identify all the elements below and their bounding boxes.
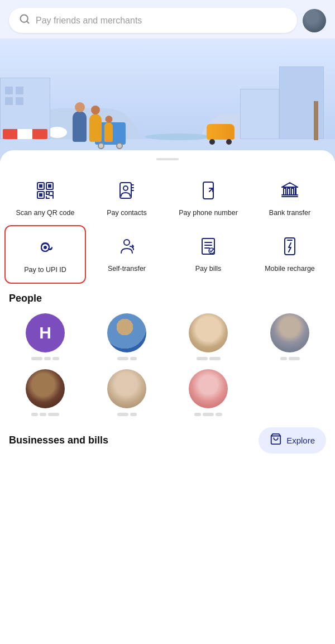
explore-label: Explore <box>286 436 315 445</box>
svg-rect-7 <box>39 193 42 197</box>
self-transfer-icon <box>113 233 140 260</box>
svg-rect-28 <box>291 188 294 195</box>
actions-grid-row1: Scan any QR code Pay contacts <box>0 169 335 225</box>
person-avatar-6 <box>107 369 146 408</box>
action-mobile-recharge[interactable]: Mobile recharge <box>249 225 331 283</box>
person-avatar-5 <box>26 369 65 408</box>
person-item-4[interactable] <box>253 313 326 360</box>
action-bank-transfer[interactable]: Bank transfer <box>249 169 331 225</box>
person-avatar-2 <box>107 313 146 352</box>
action-pay-bills[interactable]: Pay bills <box>168 225 249 283</box>
person-name-5 <box>31 413 59 416</box>
actions-grid-row2: Pay to UPI ID Self-transfer <box>0 225 335 283</box>
explore-button[interactable]: Explore <box>259 427 326 454</box>
person-avatar-3 <box>189 313 228 352</box>
section-people: People H <box>0 284 335 416</box>
person-item-6[interactable] <box>90 369 163 416</box>
avatar[interactable] <box>303 9 326 32</box>
person-avatar-4 <box>270 313 309 352</box>
person-name-6 <box>117 413 137 416</box>
qr-icon <box>32 177 59 204</box>
person-item-3[interactable] <box>172 313 245 360</box>
person-item-1[interactable]: H <box>9 313 82 360</box>
svg-point-34 <box>124 240 130 245</box>
svg-point-33 <box>44 246 47 249</box>
action-pay-phone-label: Pay phone number <box>179 208 238 217</box>
action-scan-qr[interactable]: Scan any QR code <box>4 169 86 225</box>
section-businesses: Businesses and bills Explore <box>0 416 335 462</box>
action-pay-upi[interactable]: Pay to UPI ID <box>4 225 86 283</box>
action-scan-qr-label: Scan any QR code <box>16 208 75 217</box>
upi-icon <box>32 234 59 261</box>
bag-icon <box>270 433 282 448</box>
search-icon <box>19 13 30 27</box>
contacts-icon <box>113 177 140 204</box>
person-avatar-1: H <box>26 313 65 352</box>
action-mobile-recharge-label: Mobile recharge <box>265 264 315 273</box>
action-self-transfer[interactable]: Self-transfer <box>86 225 168 283</box>
person-name-4 <box>280 357 300 360</box>
svg-rect-3 <box>39 184 42 188</box>
svg-point-19 <box>123 186 128 190</box>
drag-handle <box>156 158 179 160</box>
person-name-1 <box>31 357 59 360</box>
bank-icon <box>276 177 303 204</box>
person-item-7[interactable] <box>172 369 245 416</box>
search-placeholder: Pay friends and merchants <box>36 16 142 26</box>
action-bank-transfer-label: Bank transfer <box>269 208 310 217</box>
action-self-transfer-label: Self-transfer <box>108 264 146 273</box>
people-grid: H <box>9 313 326 416</box>
bills-icon <box>195 233 222 260</box>
action-pay-bills-label: Pay bills <box>195 264 222 273</box>
people-title: People <box>9 293 326 304</box>
svg-rect-29 <box>295 188 296 195</box>
action-pay-contacts[interactable]: Pay contacts <box>86 169 168 225</box>
action-pay-phone[interactable]: Pay phone number <box>168 169 249 225</box>
person-name-2 <box>117 357 137 360</box>
hero-illustration <box>0 39 335 161</box>
person-name-7 <box>194 413 222 416</box>
action-pay-contacts-label: Pay contacts <box>107 208 147 217</box>
svg-rect-23 <box>203 182 213 199</box>
header: Pay friends and merchants <box>0 0 335 39</box>
person-item-2[interactable] <box>90 313 163 360</box>
svg-rect-5 <box>48 184 51 188</box>
svg-line-1 <box>27 21 29 23</box>
recharge-icon <box>276 233 303 260</box>
action-pay-upi-label: Pay to UPI ID <box>24 265 66 274</box>
svg-rect-27 <box>288 188 290 195</box>
businesses-title: Businesses and bills <box>9 435 108 446</box>
svg-marker-24 <box>282 183 298 187</box>
search-bar[interactable]: Pay friends and merchants <box>9 8 297 33</box>
svg-rect-26 <box>284 188 286 195</box>
phone-icon <box>195 177 222 204</box>
person-item-5[interactable] <box>9 369 82 416</box>
person-avatar-7 <box>189 369 228 408</box>
person-name-3 <box>197 357 221 360</box>
main-card: Scan any QR code Pay contacts <box>0 150 335 644</box>
